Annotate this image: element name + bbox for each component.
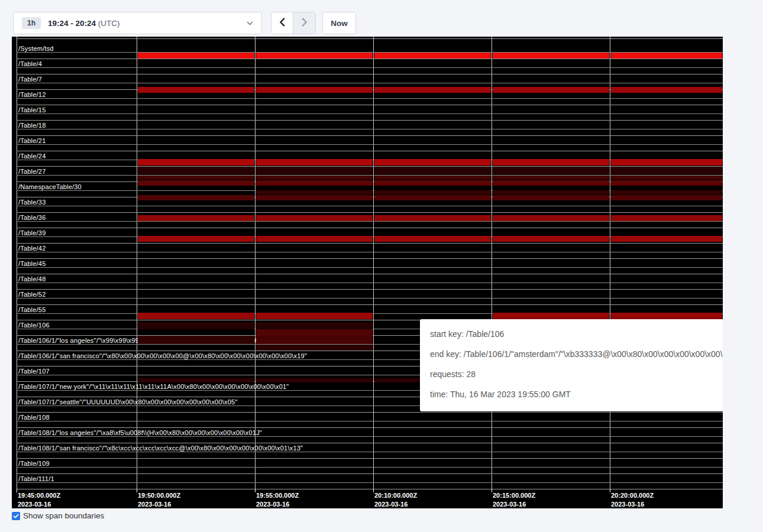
row-label: /System/tsd (18, 45, 54, 53)
heat-stripe (256, 159, 373, 166)
prev-window-button[interactable] (271, 12, 293, 34)
axis-tick (492, 489, 492, 492)
axis-tick-label: 20:20:00.000Z2023-03-16 (611, 491, 654, 508)
heat-stripe (493, 159, 609, 166)
row-label: /Table/48 (18, 275, 46, 283)
row-label: /Table/42 (18, 245, 46, 252)
span-boundary-line (17, 458, 723, 459)
row-label: /Table/107 (18, 368, 50, 375)
key-visualizer-canvas[interactable]: /System/tsd/Table/4/Table/7/Table/12/Tab… (12, 37, 723, 508)
heat-stripe (256, 176, 373, 180)
heat-stripe (493, 190, 609, 194)
span-boundary-line (17, 473, 723, 474)
span-boundary-line (17, 283, 723, 283)
row-label: /Table/55 (18, 306, 46, 314)
tooltip-start-key: start key: /Table/106 (430, 324, 723, 344)
span-boundary-line (17, 304, 723, 305)
now-button[interactable]: Now (322, 12, 356, 34)
row-label: /Table/108/1/"los angeles"/"\xa8\xf5\u00… (18, 429, 262, 437)
time-range-text: 19:24 - 20:24 (UTC) (48, 19, 120, 28)
span-boundary-line (17, 144, 723, 145)
heat-stripe (138, 176, 254, 180)
axis-line (17, 489, 723, 489)
span-boundary-line (17, 206, 723, 206)
heat-stripe (256, 336, 373, 344)
row-label: /Table/108 (18, 414, 50, 421)
heat-stripe (611, 236, 722, 242)
span-boundary-line (17, 135, 723, 136)
heat-stripe (256, 53, 373, 59)
hover-tooltip: start key: /Table/106 end key: /Table/10… (420, 319, 723, 411)
span-boundary-line (17, 98, 723, 99)
heat-stripe (138, 236, 254, 242)
span-boundary-line (17, 38, 723, 39)
show-span-boundaries-control[interactable]: Show span boundaries (12, 512, 104, 520)
heat-stripe (493, 53, 609, 59)
span-boundary-line (17, 298, 723, 299)
row-label: /NamespaceTable/30 (18, 183, 82, 191)
axis-tick-label: 20:10:00.000Z2023-03-16 (374, 491, 417, 508)
heat-stripe (256, 313, 373, 319)
heat-stripe (611, 190, 722, 194)
heat-stripe (611, 167, 722, 174)
heat-stripe (374, 180, 491, 186)
row-label: /Table/109 (18, 460, 50, 468)
heat-stripe (256, 190, 373, 194)
axis-tick (137, 489, 137, 492)
span-boundary-line (17, 467, 723, 468)
heat-stripe (374, 159, 491, 166)
heat-stripe (138, 195, 254, 200)
span-boundary-line (17, 212, 723, 213)
tooltip-time: time: Thu, 16 Mar 2023 19:55:00 GMT (430, 384, 723, 404)
show-span-boundaries-label: Show span boundaries (23, 512, 104, 520)
span-boundary-line (17, 289, 723, 290)
span-boundary-line (17, 151, 723, 151)
time-range-dropdown[interactable]: 1h 19:24 - 20:24 (UTC) (13, 12, 262, 34)
row-label: /Table/24 (18, 153, 46, 160)
check-icon (13, 513, 19, 519)
heat-stripe (374, 87, 491, 93)
span-boundary-line (17, 105, 723, 105)
span-boundary-line (17, 252, 723, 252)
show-span-boundaries-checkbox[interactable] (12, 512, 20, 520)
axis-tick-label: 20:15:00.000Z2023-03-16 (493, 491, 535, 508)
heat-stripe (138, 322, 254, 329)
heat-stripe (138, 87, 254, 93)
span-boundary-line (17, 59, 723, 59)
span-boundary-line (17, 83, 723, 83)
row-label: /Table/106 (18, 322, 50, 329)
tooltip-requests: requests: 28 (430, 364, 723, 384)
heat-stripe (256, 378, 373, 382)
row-label: /Table/107/1/"new york"/"\x11\x11\x11\x1… (18, 383, 289, 391)
heat-stripe (374, 215, 491, 221)
axis-tick (610, 489, 610, 492)
span-boundary-line (17, 443, 723, 443)
heat-stripe (374, 236, 491, 242)
row-label: /Table/12 (18, 91, 46, 99)
heat-stripe (138, 159, 254, 166)
axis-tick-label: 19:55:00.000Z2023-03-16 (256, 491, 299, 508)
heat-stripe (611, 159, 722, 166)
row-label: /Table/45 (18, 260, 46, 268)
span-boundary-line (17, 120, 723, 121)
heat-stripe (493, 313, 609, 319)
row-label: /Table/27 (18, 168, 46, 176)
heat-stripe (138, 313, 254, 319)
row-label: /Table/52 (18, 291, 46, 299)
span-boundary-line (17, 482, 723, 483)
axis-tick-label: 19:45:00.000Z2023-03-16 (18, 491, 60, 508)
heat-stripe (256, 87, 373, 93)
heat-stripe (611, 313, 722, 319)
heat-stripe (256, 329, 373, 336)
tooltip-end-key: end key: /Table/106/1/"amsterdam"/"\xb33… (430, 344, 723, 364)
row-label: /Table/7 (18, 76, 42, 83)
heat-stripe (374, 53, 491, 59)
axis-tick (17, 489, 17, 492)
axis-tick-label: 19:50:00.000Z2023-03-16 (138, 491, 180, 508)
next-window-button[interactable] (293, 12, 315, 34)
span-boundary-line (17, 267, 723, 268)
heat-stripe (256, 345, 373, 351)
heat-stripe (493, 87, 609, 93)
chevron-left-icon (277, 17, 287, 29)
span-boundary-line (17, 427, 723, 428)
